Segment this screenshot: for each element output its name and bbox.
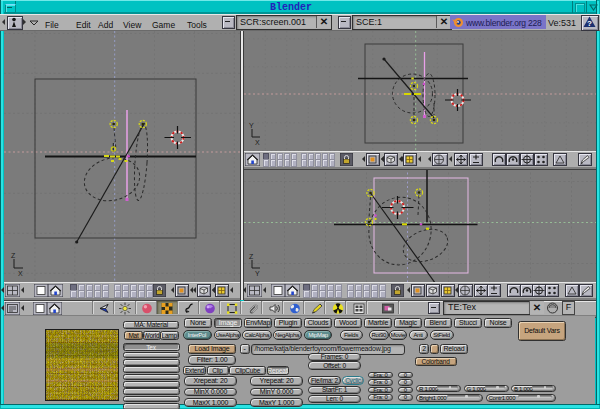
svg-text:Z: Z (249, 253, 254, 260)
svg-text:Y: Y (249, 122, 254, 129)
svg-text:Z: Z (11, 252, 16, 259)
svg-text:Y: Y (255, 270, 260, 277)
svg-text:X: X (255, 139, 260, 146)
svg-text:?: ? (587, 19, 592, 28)
svg-text:X: X (18, 270, 23, 277)
